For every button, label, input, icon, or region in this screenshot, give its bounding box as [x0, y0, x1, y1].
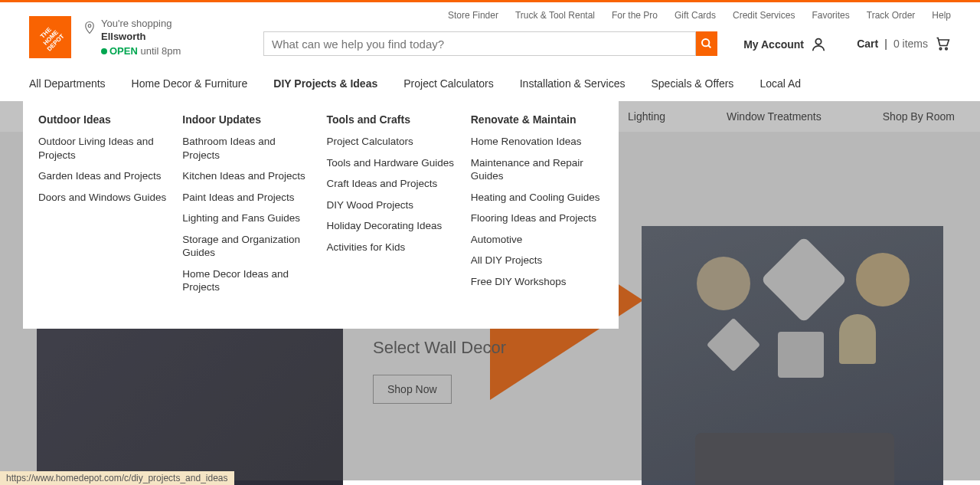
cart-icon — [934, 36, 951, 51]
svg-point-4 — [88, 25, 91, 28]
store-name: Ellsworth — [101, 31, 181, 44]
menu-link[interactable]: Activities for Kids — [327, 241, 459, 254]
menu-heading: Outdoor Ideas — [38, 113, 171, 126]
user-icon — [810, 36, 827, 53]
status-dot-icon — [101, 48, 107, 54]
logo[interactable]: THEHOMEDEPOT — [29, 16, 71, 58]
store-label: You're shopping — [101, 18, 181, 31]
top-link[interactable]: Truck & Tool Rental — [515, 10, 595, 21]
store-hours: OPEN until 8pm — [101, 45, 181, 58]
top-link[interactable]: Store Finder — [448, 10, 498, 21]
top-link[interactable]: For the Pro — [612, 10, 658, 21]
menu-link[interactable]: All DIY Projects — [471, 254, 603, 267]
menu-link[interactable]: Craft Ideas and Projects — [327, 177, 459, 191]
top-link[interactable]: Credit Services — [733, 10, 795, 21]
top-link[interactable]: Help — [932, 10, 951, 21]
svg-point-9 — [946, 48, 948, 49]
nav-local-ad[interactable]: Local Ad — [760, 77, 801, 101]
location-pin-icon — [83, 19, 96, 36]
menu-link[interactable]: Heating and Cooling Guides — [471, 191, 603, 205]
menu-link[interactable]: Project Calculators — [327, 135, 459, 149]
menu-link[interactable]: Tools and Hardware Guides — [327, 156, 459, 170]
menu-heading: Tools and Crafts — [327, 113, 459, 126]
svg-point-5 — [702, 39, 709, 46]
menu-link[interactable]: DIY Wood Projects — [327, 198, 459, 212]
menu-link[interactable]: Automotive — [471, 233, 603, 247]
svg-point-7 — [815, 39, 821, 44]
top-link[interactable]: Favorites — [812, 10, 849, 21]
menu-link[interactable]: Free DIY Workshops — [471, 275, 603, 289]
search-bar — [263, 31, 717, 56]
menu-link[interactable]: Doors and Windows Guides — [38, 191, 171, 205]
menu-link[interactable]: Maintenance and Repair Guides — [471, 156, 603, 183]
top-link[interactable]: Track Order — [867, 10, 916, 21]
menu-link[interactable]: Lighting and Fans Guides — [182, 211, 315, 225]
cart-link[interactable]: Cart | 0 items — [857, 36, 951, 51]
mega-menu: Outdoor Ideas Outdoor Living Ideas and P… — [23, 90, 619, 329]
search-icon — [701, 38, 713, 50]
menu-link[interactable]: Home Decor Ideas and Projects — [182, 267, 315, 294]
menu-link[interactable]: Holiday Decorating Ideas — [327, 219, 459, 233]
menu-link[interactable]: Flooring Ideas and Projects — [471, 211, 603, 225]
search-button[interactable] — [696, 31, 717, 56]
svg-point-8 — [939, 48, 942, 49]
nav-specials[interactable]: Specials & Offers — [651, 77, 733, 101]
menu-link[interactable]: Home Renovation Ideas — [471, 135, 603, 149]
utility-nav: Store Finder Truck & Tool Rental For the… — [448, 10, 951, 21]
menu-link[interactable]: Bathroom Ideas and Projects — [182, 135, 315, 162]
top-link[interactable]: Gift Cards — [675, 10, 716, 21]
store-selector[interactable]: You're shopping Ellsworth OPEN until 8pm — [83, 18, 181, 58]
menu-link[interactable]: Garden Ideas and Projects — [38, 169, 171, 183]
svg-line-6 — [708, 45, 710, 48]
menu-link[interactable]: Kitchen Ideas and Projects — [182, 169, 315, 183]
menu-link[interactable]: Paint Ideas and Projects — [182, 191, 315, 205]
status-bar-url: https://www.homedepot.com/c/diy_projects… — [0, 471, 234, 485]
menu-link[interactable]: Outdoor Living Ideas and Projects — [38, 135, 171, 162]
my-account-link[interactable]: My Account — [743, 36, 827, 53]
menu-heading: Indoor Updates — [182, 113, 315, 126]
menu-link[interactable]: Storage and Organization Guides — [182, 233, 315, 260]
menu-heading: Renovate & Maintain — [471, 113, 603, 126]
search-input[interactable] — [263, 31, 696, 56]
header: THEHOMEDEPOT You're shopping Ellsworth O… — [0, 2, 980, 58]
